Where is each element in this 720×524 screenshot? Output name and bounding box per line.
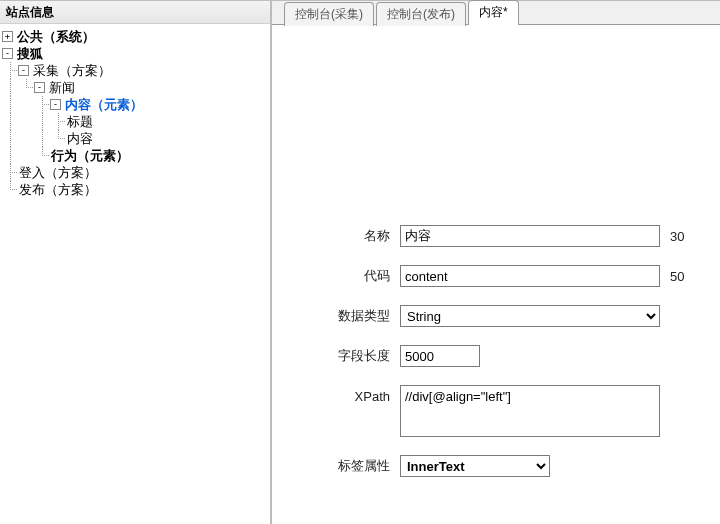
tree-item-behavior-element[interactable]: 行为（元素） [2, 147, 268, 164]
tree-item-collect-plan[interactable]: - 采集（方案） [2, 62, 268, 79]
collapse-icon[interactable]: - [2, 48, 13, 59]
tree-item-sohu[interactable]: - 搜狐 [2, 45, 268, 62]
label-code: 代码 [272, 267, 400, 285]
tree-label-content-element: 内容（元素） [64, 96, 144, 113]
tree-item-news[interactable]: - 新闻 [2, 79, 268, 96]
row-datatype: 数据类型 String [272, 305, 720, 327]
tree-item-title[interactable]: 标题 [2, 113, 268, 130]
row-tagattr: 标签属性 InnerText [272, 455, 720, 477]
form-area: 名称 30 代码 50 数据类型 String 字段长度 [272, 25, 720, 524]
tab-content[interactable]: 内容* [468, 0, 519, 25]
tab-console-collect[interactable]: 控制台(采集) [284, 2, 374, 26]
row-name: 名称 30 [272, 225, 720, 247]
label-tagattr: 标签属性 [272, 457, 400, 475]
tree-label-collect: 采集（方案） [32, 62, 112, 79]
row-xpath: XPath //div[@align="left"] [272, 385, 720, 437]
maxlen-code: 50 [670, 269, 684, 284]
tree-label-sohu: 搜狐 [16, 45, 44, 62]
maxlen-name: 30 [670, 229, 684, 244]
tree-item-public-system[interactable]: + 公共（系统） [2, 28, 268, 45]
input-code[interactable] [400, 265, 660, 287]
tree-label-publish: 发布（方案） [18, 181, 98, 198]
tab-bar: 控制台(采集) 控制台(发布) 内容* [272, 1, 720, 25]
tree-item-publish-plan[interactable]: 发布（方案） [2, 181, 268, 198]
label-name: 名称 [272, 227, 400, 245]
row-fieldlen: 字段长度 [272, 345, 720, 367]
tree-label-title: 标题 [66, 113, 94, 130]
select-tagattr[interactable]: InnerText [400, 455, 550, 477]
select-datatype[interactable]: String [400, 305, 660, 327]
tree-label-behavior: 行为（元素） [50, 147, 130, 164]
main-panel: 控制台(采集) 控制台(发布) 内容* 名称 30 代码 50 数据类型 [272, 1, 720, 524]
tree-label-login: 登入（方案） [18, 164, 98, 181]
tab-console-publish[interactable]: 控制台(发布) [376, 2, 466, 26]
collapse-icon[interactable]: - [18, 65, 29, 76]
collapse-icon[interactable]: - [34, 82, 45, 93]
tree-view: + 公共（系统） - 搜狐 - [0, 24, 270, 524]
input-fieldlen[interactable] [400, 345, 480, 367]
sidebar: 站点信息 + 公共（系统） - 搜狐 [0, 1, 272, 524]
expand-icon[interactable]: + [2, 31, 13, 42]
textarea-xpath[interactable]: //div[@align="left"] [400, 385, 660, 437]
input-name[interactable] [400, 225, 660, 247]
tree-item-login-plan[interactable]: 登入（方案） [2, 164, 268, 181]
row-code: 代码 50 [272, 265, 720, 287]
tree-label-news: 新闻 [48, 79, 76, 96]
tree-label-public: 公共（系统） [16, 28, 96, 45]
label-datatype: 数据类型 [272, 307, 400, 325]
collapse-icon[interactable]: - [50, 99, 61, 110]
sidebar-title: 站点信息 [0, 1, 270, 24]
label-xpath: XPath [272, 385, 400, 404]
tree-item-content[interactable]: 内容 [2, 130, 268, 147]
content-form: 名称 30 代码 50 数据类型 String 字段长度 [272, 225, 720, 495]
label-fieldlen: 字段长度 [272, 347, 400, 365]
tree-item-content-element[interactable]: - 内容（元素） [2, 96, 268, 113]
tree-label-content: 内容 [66, 130, 94, 147]
app-root: 站点信息 + 公共（系统） - 搜狐 [0, 0, 720, 524]
